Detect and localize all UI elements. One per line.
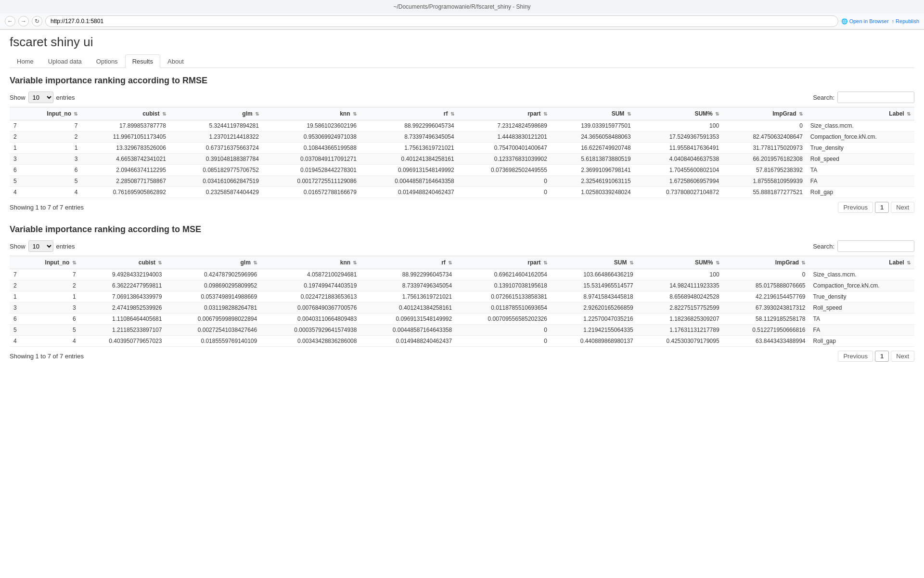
mse-cell-rownum: 2 [10,280,25,291]
rmse-col-rpart[interactable]: rpart ⇅ [458,107,551,120]
rmse-cell-rf: 1.75613619721021 [360,143,458,154]
rmse-table-footer: Showing 1 to 7 of 7 entries Previous 1 N… [10,202,914,213]
mse-cell-cubist: 7.06913864339979 [80,291,166,302]
republish-button[interactable]: ↑ Republish [892,18,919,24]
mse-prev-button[interactable]: Previous [838,351,873,362]
mse-cell-impgrad: 63.8443433488994 [723,336,809,347]
mse-col-knn[interactable]: knn ⇅ [261,256,360,269]
rmse-table: Input_no ⇅ cubist ⇅ glm ⇅ knn ⇅ rf ⇅ rpa… [10,107,914,198]
mse-cell-rf: 0.401241384258161 [360,302,456,314]
rmse-cell-knn: 0.016572788166679 [263,187,360,198]
rmse-col-input-no[interactable]: Input_no ⇅ [26,107,81,120]
mse-cell-input-no: 7 [25,269,79,280]
mse-col-cubist[interactable]: cubist ⇅ [80,256,166,269]
rmse-cell-knn: 0.0370849117091271 [263,154,360,165]
browser-chrome: ~/Documents/Programowanie/R/fscaret_shin… [0,0,924,30]
mse-cell-label: Size_class.mcm. [809,269,914,280]
mse-cell-sum: 1.22570047035216 [551,314,637,325]
mse-cell-rpart: 0 [456,336,551,347]
mse-col-input-no[interactable]: Input_no ⇅ [25,256,79,269]
rmse-col-sum-pct[interactable]: SUM% ⇅ [635,107,723,120]
browser-titlebar: ~/Documents/Programowanie/R/fscaret_shin… [0,0,924,13]
rmse-col-rownum[interactable] [10,107,26,120]
rmse-cell-rf: 88.9922996045734 [360,120,458,131]
rmse-cell-impgrad: 1.87555810959939 [723,176,807,187]
rmse-col-label[interactable]: Label ⇅ [807,107,914,120]
rmse-cell-input-no: 5 [26,176,81,187]
rmse-prev-button[interactable]: Previous [838,202,873,213]
mse-cell-knn: 0.0224721883653613 [261,291,360,302]
rmse-col-impgrad[interactable]: ImpGrad ⇅ [723,107,807,120]
rmse-cell-label: Compaction_force.kN.cm. [807,131,914,143]
mse-cell-sum-pct: 1.18236825309207 [637,314,723,325]
rmse-search-label: Search: [813,94,834,101]
mse-cell-sum-pct: 1.17631131217789 [637,325,723,336]
mse-col-glm[interactable]: glm ⇅ [166,256,261,269]
address-bar[interactable] [45,15,838,27]
rmse-cell-cubist: 17.899853787778 [81,120,169,131]
mse-show-select[interactable]: 10 25 50 100 [28,240,53,252]
refresh-button[interactable]: ↻ [32,16,42,26]
tab-home[interactable]: Home [10,54,41,68]
mse-col-label[interactable]: Label ⇅ [809,256,914,269]
rmse-cell-sum: 16.6226749920748 [551,143,635,154]
rmse-cell-glm: 0.0341610662847519 [170,176,263,187]
rmse-page-1[interactable]: 1 [875,202,889,213]
rmse-cell-cubist: 13.3296783526006 [81,143,169,154]
rmse-col-rf[interactable]: rf ⇅ [360,107,458,120]
mse-show-entries: Show 10 25 50 100 entries [10,240,75,252]
rmse-cell-input-no: 1 [26,143,81,154]
rmse-cell-sum: 2.32546191063115 [551,176,635,187]
rmse-showing-text: Showing 1 to 7 of 7 entries [10,204,84,211]
rmse-col-knn[interactable]: knn ⇅ [263,107,360,120]
rmse-cell-rpart: 0.123376831039902 [458,154,551,165]
mse-col-impgrad[interactable]: ImpGrad ⇅ [723,256,809,269]
mse-cell-input-no: 2 [25,280,79,291]
forward-button[interactable]: → [18,16,29,26]
mse-cell-sum-pct: 2.82275157752599 [637,302,723,314]
mse-col-rpart[interactable]: rpart ⇅ [456,256,551,269]
tab-about[interactable]: About [160,54,191,68]
tab-options[interactable]: Options [89,54,125,68]
rmse-col-cubist[interactable]: cubist ⇅ [81,107,169,120]
mse-table: Input_no ⇅ cubist ⇅ glm ⇅ knn ⇅ rf ⇅ rpa… [10,256,914,347]
nav-tabs: Home Upload data Options Results About [10,54,914,68]
mse-col-sum-pct[interactable]: SUM% ⇅ [637,256,723,269]
mse-next-button[interactable]: Next [891,351,914,362]
rmse-cell-rownum: 4 [10,187,26,198]
rmse-col-glm[interactable]: glm ⇅ [170,107,263,120]
mse-col-rf[interactable]: rf ⇅ [360,256,456,269]
tab-results[interactable]: Results [125,54,160,68]
rmse-show-select[interactable]: 10 25 50 100 [28,92,53,103]
mse-table-controls: Show 10 25 50 100 entries Search: [10,240,914,252]
mse-page-1[interactable]: 1 [875,351,889,362]
tab-upload-data[interactable]: Upload data [41,54,89,68]
table-row: 2 2 11.99671051173405 1.23701214418322 0… [10,131,914,143]
rmse-cell-impgrad: 0 [723,120,807,131]
rmse-cell-sum: 1.02580339248024 [551,187,635,198]
mse-cell-sum-pct: 0.425303079179095 [637,336,723,347]
back-button[interactable]: ← [5,16,15,26]
mse-cell-knn: 0.00768490367700576 [261,302,360,314]
mse-cell-glm: 0.00679599898022894 [166,314,261,325]
mse-showing-text: Showing 1 to 7 of 7 entries [10,353,84,360]
republish-icon: ↑ [892,18,895,24]
rmse-cell-glm: 1.23701214418322 [170,131,263,143]
open-browser-button[interactable]: 🌐 Open in Browser [841,18,889,25]
rmse-col-sum[interactable]: SUM ⇅ [551,107,635,120]
mse-cell-knn: 4.05872100294681 [261,269,360,280]
table-row: 3 3 4.66538742341021 0.391048188387784 0… [10,154,914,165]
mse-col-sum[interactable]: SUM ⇅ [551,256,637,269]
mse-cell-sum-pct: 14.9824111923335 [637,280,723,291]
rmse-cell-knn: 0.0194528442278301 [263,165,360,176]
table-row: 5 5 2.28508771758867 0.0341610662847519 … [10,176,914,187]
rmse-search-input[interactable] [837,92,914,103]
rmse-show-entries: Show 10 25 50 100 entries [10,92,75,103]
mse-cell-rpart: 0.139107038195618 [456,280,551,291]
mse-col-rownum[interactable] [10,256,25,269]
mse-search-input[interactable] [837,240,914,252]
mse-cell-sum-pct: 100 [637,269,723,280]
table-row: 1 1 7.06913864339979 0.0537498914988669 … [10,291,914,302]
rmse-cell-impgrad: 82.4750632408647 [723,131,807,143]
rmse-next-button[interactable]: Next [891,202,914,213]
